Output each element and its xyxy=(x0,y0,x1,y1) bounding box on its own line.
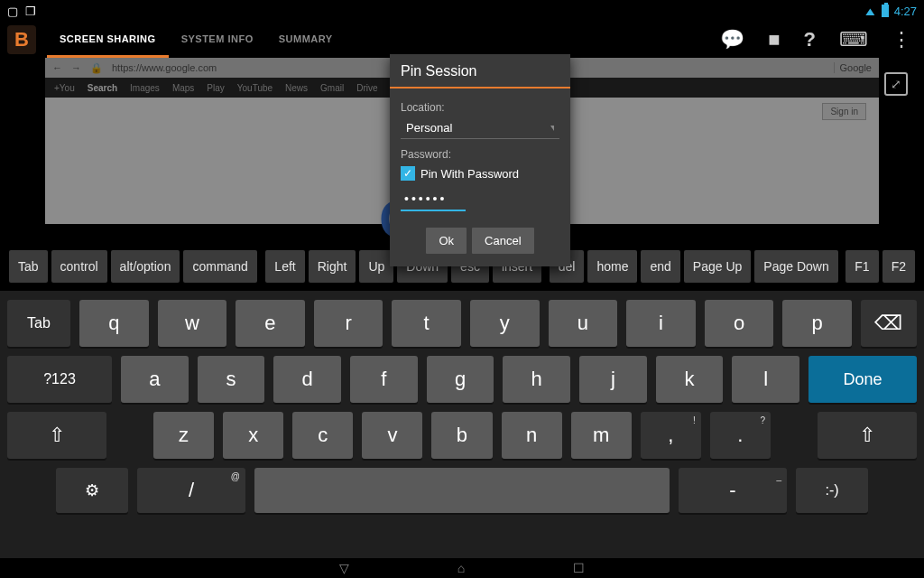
fnkey-left[interactable]: Left xyxy=(265,250,304,283)
key-j[interactable]: j xyxy=(579,356,647,403)
wifi-icon xyxy=(864,5,876,18)
key-d[interactable]: d xyxy=(273,356,341,403)
key-l[interactable]: l xyxy=(732,356,799,403)
key-dash[interactable]: _- xyxy=(679,468,787,513)
android-nav-bar: ▽ ⌂ ☐ xyxy=(0,558,924,578)
gnav-youtube: YouTube xyxy=(237,83,273,93)
gnav-images: Images xyxy=(130,83,160,93)
nav-back-icon[interactable]: ▽ xyxy=(339,561,349,575)
key-shift-right[interactable]: ⇧ xyxy=(818,412,917,459)
key-c[interactable]: c xyxy=(292,412,353,459)
fnkey-f1[interactable]: F1 xyxy=(845,250,878,283)
gnav-maps: Maps xyxy=(172,83,194,93)
cancel-button[interactable]: Cancel xyxy=(472,228,533,254)
key-shift-left[interactable]: ⇧ xyxy=(7,412,106,459)
tab-system-info[interactable]: SYSTEM INFO xyxy=(169,22,266,58)
password-label: Password: xyxy=(401,148,559,161)
fnkey-control[interactable]: control xyxy=(51,250,107,283)
android-status-bar: ▢ ❐ 4:27 xyxy=(0,0,924,22)
key-u[interactable]: u xyxy=(549,300,618,347)
key-s[interactable]: s xyxy=(198,356,265,403)
device-icon: ❐ xyxy=(25,5,36,18)
stop-icon[interactable]: ■ xyxy=(768,28,780,51)
key-y[interactable]: y xyxy=(470,300,540,347)
gnav-search: Search xyxy=(88,83,117,93)
key-done[interactable]: Done xyxy=(808,356,917,403)
fnkey-command[interactable]: command xyxy=(183,250,256,283)
key-w[interactable]: w xyxy=(158,300,227,347)
status-time: 4:27 xyxy=(894,5,917,18)
key-p[interactable]: p xyxy=(782,300,852,347)
soft-keyboard: Tab q w e r t y u i o p ⌫ ?123 a s d f g… xyxy=(0,291,924,558)
key-o[interactable]: o xyxy=(705,300,774,347)
help-icon[interactable]: ? xyxy=(804,28,816,51)
key-settings[interactable]: ⚙ xyxy=(56,468,128,513)
fnkey-f2[interactable]: F2 xyxy=(882,250,915,283)
gnav-news: News xyxy=(285,83,308,93)
key-e[interactable]: e xyxy=(236,300,305,347)
key-h[interactable]: h xyxy=(503,356,570,403)
fnkey-tab[interactable]: Tab xyxy=(9,250,48,283)
signin-button: Sign in xyxy=(822,103,866,120)
app-header: B SCREEN SHARING SYSTEM INFO SUMMARY 💬 ■… xyxy=(0,22,924,58)
chat-icon[interactable]: 💬 xyxy=(720,28,744,51)
key-t[interactable]: t xyxy=(392,300,461,347)
key-period[interactable]: ?. xyxy=(710,412,771,459)
dialog-title: Pin Session xyxy=(390,54,570,87)
key-symbols[interactable]: ?123 xyxy=(7,356,112,403)
pin-with-password-checkbox[interactable]: ✓ xyxy=(401,166,415,181)
gnav-drive: Drive xyxy=(356,83,377,93)
key-b[interactable]: b xyxy=(431,412,492,459)
location-spinner[interactable]: Personal xyxy=(401,117,559,139)
fnkey-home[interactable]: home xyxy=(587,250,637,283)
tab-summary[interactable]: SUMMARY xyxy=(266,22,346,58)
fullscreen-icon[interactable]: ⤢ xyxy=(884,72,908,96)
pin-session-dialog: Pin Session Location: Personal Password:… xyxy=(390,54,570,266)
search-engine-label: Google xyxy=(834,62,872,73)
nav-recents-icon[interactable]: ☐ xyxy=(573,561,585,575)
fnkey-page-down[interactable]: Page Down xyxy=(754,250,837,283)
key-space[interactable] xyxy=(254,468,670,513)
screenshot-icon: ▢ xyxy=(7,5,18,18)
nav-back-icon: ← xyxy=(52,62,62,73)
key-tab[interactable]: Tab xyxy=(7,300,70,347)
location-label: Location: xyxy=(401,101,559,114)
location-value: Personal xyxy=(406,121,452,135)
key-q[interactable]: q xyxy=(79,300,149,347)
key-v[interactable]: v xyxy=(362,412,422,459)
key-comma[interactable]: !, xyxy=(641,412,701,459)
gnav-gmail: Gmail xyxy=(320,83,344,93)
key-g[interactable]: g xyxy=(427,356,494,403)
battery-icon xyxy=(882,5,889,17)
key-z[interactable]: z xyxy=(153,412,214,459)
checkbox-label: Pin With Password xyxy=(420,167,519,181)
tab-screen-sharing[interactable]: SCREEN SHARING xyxy=(47,22,169,58)
key-f[interactable]: f xyxy=(350,356,418,403)
gnav-you: +You xyxy=(54,83,75,93)
fnkey-alt-option[interactable]: alt/option xyxy=(111,250,180,283)
fnkey-right[interactable]: Right xyxy=(309,250,356,283)
fnkey-page-up[interactable]: Page Up xyxy=(684,250,751,283)
app-logo[interactable]: B xyxy=(7,25,36,54)
overflow-menu-icon[interactable]: ⋮ xyxy=(892,28,911,51)
key-slash[interactable]: @/ xyxy=(137,468,245,513)
fnkey-end[interactable]: end xyxy=(641,250,679,283)
key-backspace[interactable]: ⌫ xyxy=(861,300,917,347)
key-k[interactable]: k xyxy=(656,356,724,403)
key-x[interactable]: x xyxy=(223,412,283,459)
fnkey-up[interactable]: Up xyxy=(359,250,393,283)
key-a[interactable]: a xyxy=(121,356,189,403)
nav-home-icon[interactable]: ⌂ xyxy=(457,561,465,575)
key-i[interactable]: i xyxy=(626,300,696,347)
gnav-play: Play xyxy=(207,83,224,93)
ok-button[interactable]: Ok xyxy=(426,228,467,254)
password-input[interactable] xyxy=(401,188,466,211)
keyboard-icon[interactable]: ⌨ xyxy=(839,28,868,51)
nav-forward-icon: → xyxy=(71,62,81,73)
key-r[interactable]: r xyxy=(314,300,383,347)
app-tabs: SCREEN SHARING SYSTEM INFO SUMMARY xyxy=(47,22,346,58)
key-m[interactable]: m xyxy=(571,412,632,459)
key-smiley[interactable]: :-) xyxy=(796,468,868,513)
lock-icon: 🔒 xyxy=(90,62,103,74)
key-n[interactable]: n xyxy=(502,412,562,459)
